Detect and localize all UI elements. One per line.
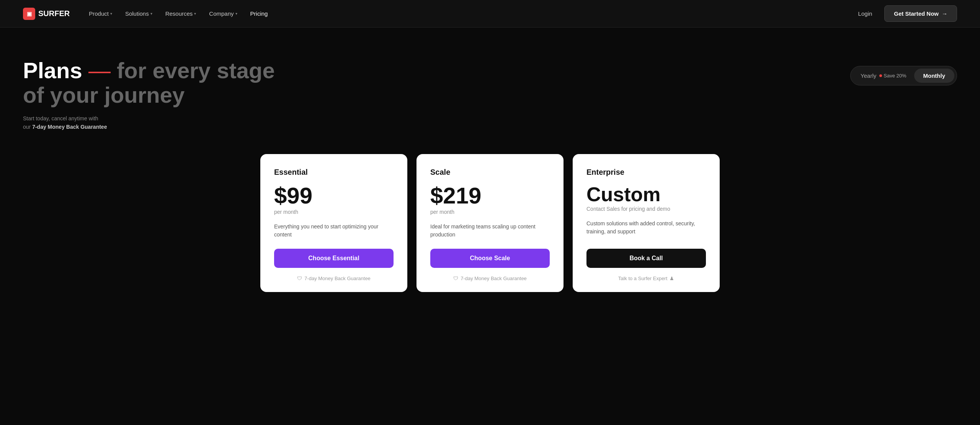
description-scale: Ideal for marketing teams scaling up con… xyxy=(430,223,550,241)
footer-enterprise: Talk to a Surfer Expert ♟ xyxy=(586,276,706,281)
nav-item-resources[interactable]: Resources ▾ xyxy=(160,7,202,20)
login-button[interactable]: Login xyxy=(852,7,879,20)
get-started-button[interactable]: Get Started Now → xyxy=(884,5,957,22)
chevron-down-icon: ▾ xyxy=(235,11,237,16)
period-enterprise: Contact Sales for pricing and demo xyxy=(586,206,706,212)
yearly-label: Yearly xyxy=(861,72,876,79)
price-block-enterprise: Custom Contact Sales for pricing and dem… xyxy=(586,184,706,212)
price-scale: $219 xyxy=(430,184,550,207)
card-essential: Essential $99 per month Everything you n… xyxy=(260,154,407,292)
cta-enterprise[interactable]: Book a Call xyxy=(586,249,706,268)
price-enterprise: Custom xyxy=(586,184,706,204)
description-essential: Everything you need to start optimizing … xyxy=(274,223,394,241)
plan-name-essential: Essential xyxy=(274,168,394,177)
price-block-scale: $219 per month xyxy=(430,184,550,215)
nav-item-pricing[interactable]: Pricing xyxy=(245,7,273,20)
logo-text: SURFER xyxy=(38,9,70,18)
toggle-monthly[interactable]: Monthly xyxy=(914,69,955,83)
logo-icon: ▣ xyxy=(23,8,35,20)
shield-icon: 🛡 xyxy=(453,276,458,281)
cta-essential[interactable]: Choose Essential xyxy=(274,249,394,268)
plan-name-enterprise: Enterprise xyxy=(586,168,706,177)
chevron-down-icon: ▾ xyxy=(110,11,112,16)
footer-essential: 🛡 7-day Money Back Guarantee xyxy=(274,276,394,281)
hero-text: Plans — for every stage of your journey … xyxy=(23,58,275,131)
description-enterprise: Custom solutions with added control, sec… xyxy=(586,220,706,241)
save-badge: Save 20% xyxy=(879,73,906,79)
toggle-yearly[interactable]: Yearly Save 20% xyxy=(853,69,914,83)
cta-scale[interactable]: Choose Scale xyxy=(430,249,550,268)
nav-item-product[interactable]: Product ▾ xyxy=(83,7,118,20)
period-essential: per month xyxy=(274,209,394,215)
card-scale: Scale $219 per month Ideal for marketing… xyxy=(416,154,564,292)
navbar: ▣ SURFER Product ▾ Solutions ▾ Resources… xyxy=(0,0,980,28)
price-block-essential: $99 per month xyxy=(274,184,394,215)
plan-name-scale: Scale xyxy=(430,168,550,177)
pricing-section: Essential $99 per month Everything you n… xyxy=(0,146,980,315)
billing-toggle[interactable]: Yearly Save 20% Monthly xyxy=(850,66,957,85)
hero-headline: Plans — for every stage of your journey xyxy=(23,58,275,107)
nav-left: ▣ SURFER Product ▾ Solutions ▾ Resources… xyxy=(23,7,273,20)
period-scale: per month xyxy=(430,209,550,215)
logo[interactable]: ▣ SURFER xyxy=(23,8,70,20)
dot-icon xyxy=(879,74,882,77)
nav-links: Product ▾ Solutions ▾ Resources ▾ Compan… xyxy=(83,7,273,20)
shield-icon: 🛡 xyxy=(297,276,302,281)
cards-container: Essential $99 per month Everything you n… xyxy=(260,154,720,292)
arrow-icon: → xyxy=(942,10,947,17)
nav-item-company[interactable]: Company ▾ xyxy=(204,7,242,20)
chevron-down-icon: ▾ xyxy=(150,11,152,16)
expert-icon: ♟ xyxy=(670,276,674,281)
chevron-down-icon: ▾ xyxy=(194,11,196,16)
nav-right: Login Get Started Now → xyxy=(852,5,957,22)
card-enterprise: Enterprise Custom Contact Sales for pric… xyxy=(573,154,720,292)
price-essential: $99 xyxy=(274,184,394,207)
hero-section: Plans — for every stage of your journey … xyxy=(0,28,980,146)
nav-item-solutions[interactable]: Solutions ▾ xyxy=(120,7,158,20)
get-started-label: Get Started Now xyxy=(894,10,939,17)
footer-scale: 🛡 7-day Money Back Guarantee xyxy=(430,276,550,281)
hero-subtext: Start today, cancel anytime with our 7-d… xyxy=(23,114,275,131)
